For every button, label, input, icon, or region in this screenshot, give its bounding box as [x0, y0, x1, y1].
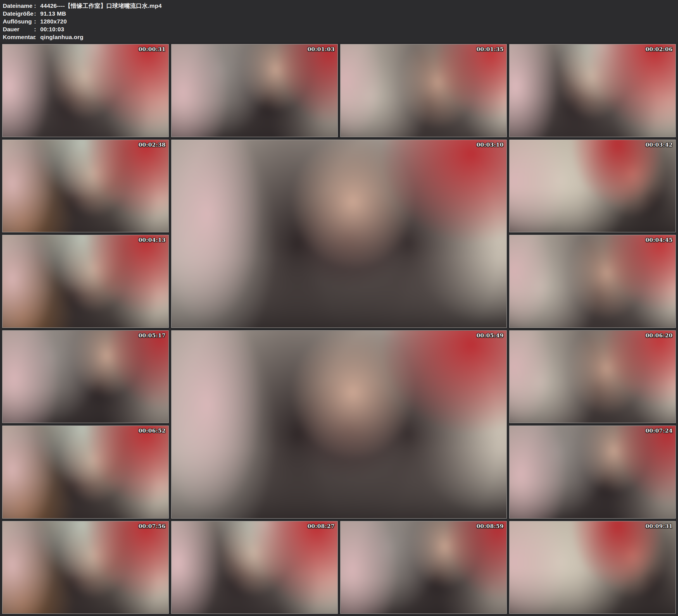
thumbnail-timestamp: 00:08:27	[308, 523, 335, 529]
metadata-value: 91.13 MB	[40, 10, 66, 17]
video-thumbnail: 00:04:13	[2, 235, 169, 328]
video-thumbnail: 00:05:17	[2, 330, 169, 423]
thumbnail-timestamp: 00:06:20	[646, 332, 673, 339]
thumbnail-timestamp: 00:05:17	[139, 332, 166, 339]
video-thumbnail: 00:06:52	[2, 426, 169, 518]
metadata-row: Auflösung : 1280x720	[3, 17, 678, 26]
metadata-separator: :	[34, 10, 40, 17]
video-thumbnail: 00:06:20	[509, 330, 676, 423]
thumbnail-timestamp: 00:09:31	[646, 523, 673, 529]
video-thumbnail: 00:09:31	[509, 521, 676, 614]
video-thumbnail: 00:05:49	[171, 330, 507, 518]
thumbnail-timestamp: 00:04:13	[139, 237, 166, 243]
thumbnail-timestamp: 00:01:35	[477, 46, 504, 52]
metadata-value: qinglanhua.org	[40, 33, 83, 41]
metadata-row: Kommentar : qinglanhua.org	[3, 33, 678, 41]
metadata-label: Dateigröße	[3, 10, 34, 17]
metadata-separator: :	[34, 33, 40, 41]
thumbnail-timestamp: 00:08:59	[477, 523, 504, 529]
thumbnail-timestamp: 00:01:03	[308, 46, 335, 52]
thumbnail-timestamp: 00:02:38	[139, 142, 166, 148]
video-thumbnail: 00:02:38	[2, 140, 169, 233]
video-thumbnail: 00:08:27	[171, 521, 338, 614]
thumbnail-timestamp: 00:03:42	[646, 142, 673, 148]
video-thumbnail: 00:03:42	[509, 140, 676, 233]
metadata-value: 00:10:03	[40, 26, 64, 33]
thumbnail-grid: 00:00:31 00:01:03 00:01:35 00:02:06 00:0…	[2, 44, 676, 614]
thumbnail-timestamp: 00:02:06	[646, 46, 673, 52]
video-thumbnail: 00:08:59	[340, 521, 507, 614]
metadata-header: Dateiname : 44426----【惜缘工作室】口球堵嘴流口水.mp4 …	[0, 0, 678, 42]
video-thumbnail: 00:04:45	[509, 235, 676, 328]
thumbnail-timestamp: 00:00:31	[139, 46, 166, 52]
thumbnail-timestamp: 00:07:56	[139, 523, 166, 529]
metadata-row: Dateiname : 44426----【惜缘工作室】口球堵嘴流口水.mp4	[3, 2, 678, 10]
video-thumbnail: 00:03:10	[171, 140, 507, 328]
metadata-value: 1280x720	[40, 17, 67, 26]
video-thumbnail: 00:02:06	[509, 44, 676, 137]
metadata-separator: :	[34, 2, 40, 10]
metadata-label: Dauer	[3, 26, 34, 33]
thumbnail-timestamp: 00:04:45	[646, 237, 673, 243]
metadata-row: Dateigröße : 91.13 MB	[3, 10, 678, 17]
thumbnail-timestamp: 00:07:24	[646, 427, 673, 434]
video-thumbnail: 00:07:24	[509, 426, 676, 518]
thumbnail-timestamp: 00:06:52	[139, 427, 166, 434]
metadata-separator: :	[34, 17, 40, 26]
metadata-value: 44426----【惜缘工作室】口球堵嘴流口水.mp4	[40, 2, 162, 10]
video-thumbnail: 00:07:56	[2, 521, 169, 614]
video-thumbnail: 00:01:35	[340, 44, 507, 137]
video-thumbnail: 00:00:31	[2, 44, 169, 137]
metadata-label: Dateiname	[3, 2, 34, 10]
metadata-label: Auflösung	[3, 17, 34, 26]
contact-sheet-page: { "header": { "separator": ":", "fields"…	[0, 0, 678, 616]
video-thumbnail: 00:01:03	[171, 44, 338, 137]
metadata-separator: :	[34, 26, 40, 33]
metadata-label: Kommentar	[3, 33, 34, 41]
thumbnail-timestamp: 00:05:49	[477, 332, 504, 339]
thumbnail-timestamp: 00:03:10	[477, 142, 504, 148]
metadata-row: Dauer : 00:10:03	[3, 26, 678, 33]
